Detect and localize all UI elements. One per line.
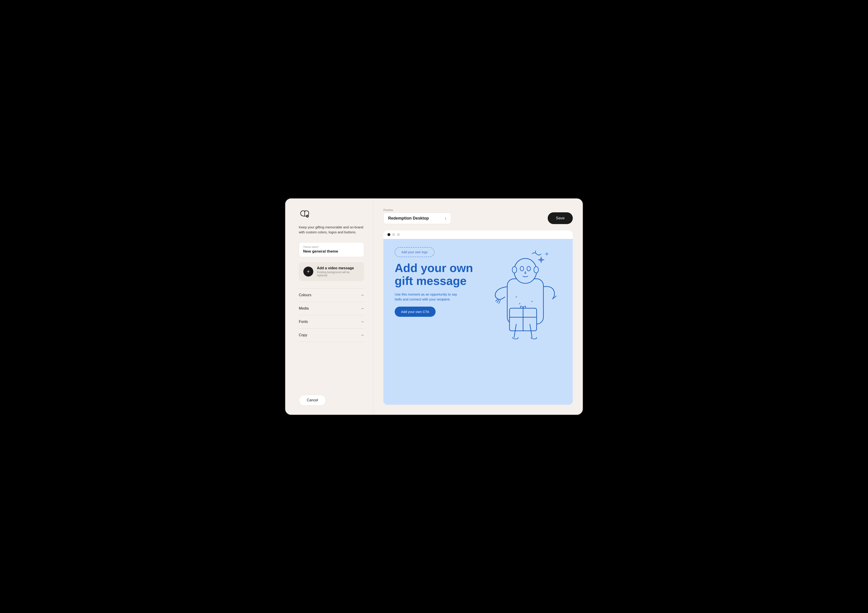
nav-item-colours-arrow: →: [361, 293, 364, 297]
preview-illustration: [485, 247, 561, 342]
svg-point-7: [534, 267, 538, 273]
gift-message-subtext: Use this moment as an opportunity to say…: [395, 292, 462, 302]
video-message-card[interactable]: + Add a video message Existing backgroun…: [299, 262, 364, 281]
window-minimize-dot: [392, 233, 395, 236]
top-bar: Preview Redemption Desktop ↓ Save: [383, 208, 573, 224]
svg-point-6: [512, 267, 517, 273]
theme-name-label: Theme name*: [303, 245, 360, 248]
cta-button[interactable]: Add your own CTA: [395, 307, 436, 317]
sidebar: Keep your gifting memorable and on-brand…: [285, 199, 374, 415]
app-logo-icon: [299, 210, 311, 219]
preview-left: Add your own logo Add your own gift mess…: [395, 247, 476, 317]
save-button[interactable]: Save: [548, 212, 573, 224]
preview-window: Add your own logo Add your own gift mess…: [383, 230, 573, 405]
logo-placeholder[interactable]: Add your own logo: [395, 247, 434, 257]
character-illustration: [487, 247, 559, 342]
svg-point-14: [532, 301, 533, 302]
nav-item-fonts-label: Fonts: [299, 320, 308, 324]
nav-item-copy-arrow: →: [361, 333, 364, 337]
nav-item-copy[interactable]: Copy →: [299, 328, 364, 342]
nav-item-fonts[interactable]: Fonts →: [299, 315, 364, 328]
video-message-text: Add a video message Existing background …: [317, 266, 360, 277]
preview-selector: Preview Redemption Desktop ↓: [383, 208, 451, 224]
cancel-button[interactable]: Cancel: [299, 395, 326, 406]
nav-item-colours[interactable]: Colours →: [299, 288, 364, 302]
svg-point-5: [514, 258, 536, 283]
dropdown-arrow-icon: ↓: [445, 216, 446, 220]
sidebar-nav: Colours → Media → Fonts → Copy →: [299, 288, 364, 342]
device-frame: Keep your gifting memorable and on-brand…: [285, 198, 583, 415]
theme-name-value: New general theme: [303, 249, 360, 254]
sidebar-tagline: Keep your gifting memorable and on-brand…: [299, 225, 364, 235]
preview-content: Add your own logo Add your own gift mess…: [383, 239, 573, 405]
window-chrome: [383, 230, 573, 239]
nav-item-media-label: Media: [299, 306, 309, 310]
preview-dropdown[interactable]: Redemption Desktop ↓: [383, 213, 451, 224]
main-content: Preview Redemption Desktop ↓ Save Add yo…: [374, 199, 583, 415]
svg-point-15: [519, 303, 520, 304]
video-message-title: Add a video message: [317, 266, 360, 270]
nav-item-colours-label: Colours: [299, 293, 311, 297]
nav-item-copy-label: Copy: [299, 333, 307, 337]
video-message-subtitle: Existing background will be replaced: [317, 271, 360, 277]
gift-message-heading: Add your own gift message: [395, 262, 476, 287]
svg-point-13: [516, 296, 517, 298]
preview-dropdown-text: Redemption Desktop: [388, 216, 442, 221]
window-maximize-dot: [397, 233, 400, 236]
theme-name-field[interactable]: Theme name* New general theme: [299, 242, 364, 257]
preview-label: Preview: [383, 208, 451, 212]
nav-item-media-arrow: →: [361, 306, 364, 310]
nav-item-media[interactable]: Media →: [299, 302, 364, 315]
window-close-dot: [388, 233, 391, 236]
video-add-icon: +: [303, 267, 313, 276]
nav-item-fonts-arrow: →: [361, 320, 364, 324]
